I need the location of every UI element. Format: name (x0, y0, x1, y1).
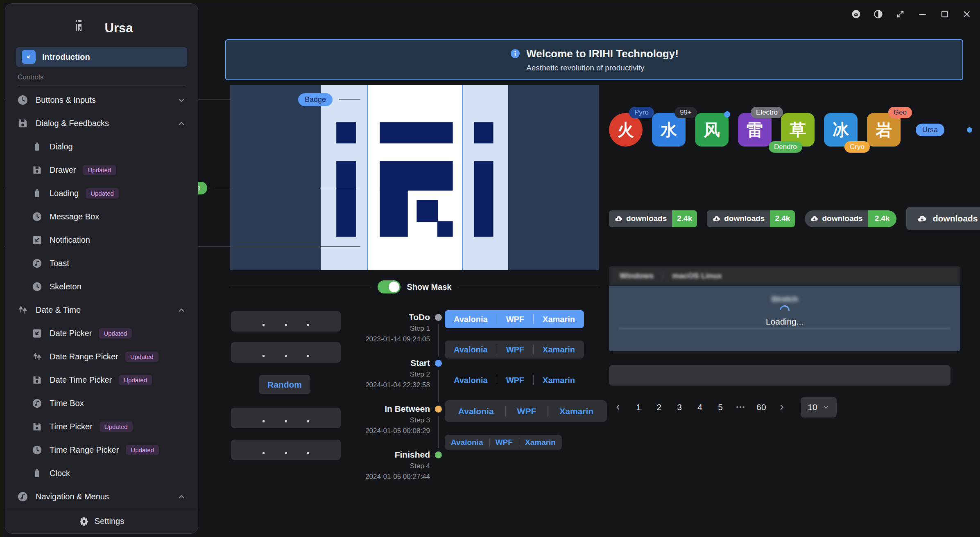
sidebar-item-buttons-inputs[interactable]: Buttons & Inputs (5, 88, 198, 112)
sidebar-item-navigation-menus[interactable]: Navigation & Menus (5, 485, 198, 508)
option-wpf[interactable]: WPF (497, 376, 533, 385)
clock-icon (17, 94, 29, 106)
badge-pill: 99+ (674, 107, 697, 118)
downloads-badge-pill: downloads 2.4k (805, 210, 896, 227)
option-wpf[interactable]: WPF (497, 315, 533, 324)
sidebar-item-date-time[interactable]: Date & Time (5, 298, 198, 322)
updated-badge: Updated (86, 188, 119, 199)
badge-pill: Dendro (769, 141, 802, 153)
step-label: Step 4 (324, 461, 430, 472)
text-input[interactable] (609, 365, 951, 386)
theme-toggle-icon[interactable] (873, 9, 883, 19)
sidebar-item-drawer[interactable]: Drawer Updated (5, 158, 198, 182)
page-button-2[interactable]: 2 (650, 397, 668, 417)
sidebar-item-time-range-picker[interactable]: Time Range Picker Updated (5, 438, 198, 462)
divider-line (214, 188, 360, 188)
downloads-badge: downloads 2.4k (609, 210, 697, 227)
step-name: Start (324, 357, 430, 369)
minimize-icon[interactable] (917, 9, 928, 19)
info-icon (510, 48, 521, 59)
step-label: Step 1 (324, 323, 430, 334)
fullscreen-icon[interactable] (895, 9, 905, 19)
option-avalonia[interactable]: Avalonia (447, 406, 505, 416)
option-wpf[interactable]: WPF (506, 406, 548, 416)
step-name: In Between (324, 403, 430, 415)
chevron-down-icon (177, 95, 186, 105)
downloads-count: 2.4k (770, 210, 795, 227)
app-window: Welcome to IRIHI Technology! Aesthetic r… (4, 3, 980, 537)
step-item: In Between Step 3 2024-01-05 00:08:29 (324, 403, 430, 449)
page-button-60[interactable]: 60 (752, 397, 770, 417)
arrow-square-icon (32, 328, 43, 339)
sidebar-item-date-picker[interactable]: Date Picker Updated (5, 322, 198, 345)
sidebar-item-loading[interactable]: Loading Updated (5, 182, 198, 205)
downloads-count: 2.4k (672, 210, 697, 227)
tab-windows[interactable]: Windows (611, 271, 663, 280)
selection-group-soft: Avalonia WPF Xamarin (445, 341, 584, 359)
option-avalonia[interactable]: Avalonia (445, 438, 489, 447)
badge-tile-geo: 岩 Geo (867, 113, 901, 147)
prev-page-button[interactable] (609, 397, 627, 417)
clock-icon (32, 281, 43, 292)
option-xamarin[interactable]: Xamarin (548, 406, 605, 416)
tab-macos-linux[interactable]: macOS Linux (663, 271, 731, 280)
sidebar-item-clock[interactable]: Clock (5, 462, 198, 485)
page-ellipsis[interactable]: ••• (732, 397, 750, 417)
sidebar-item-date-time-picker[interactable]: Date Time Picker Updated (5, 368, 198, 392)
sidebar-item-dialog-feedbacks[interactable]: Dialog & Feedbacks (5, 112, 198, 135)
github-icon[interactable] (851, 9, 861, 19)
settings-button[interactable]: Settings (5, 509, 198, 533)
window-edge-top (0, 0, 980, 3)
sidebar-item-time-picker[interactable]: Time Picker Updated (5, 415, 198, 438)
floppy-icon (32, 375, 43, 386)
option-avalonia[interactable]: Avalonia (445, 376, 497, 385)
sidebar-item-dialog[interactable]: Dialog (5, 135, 198, 158)
downloads-label: downloads (724, 214, 765, 223)
selection-group-solid: Avalonia WPF Xamarin (445, 310, 584, 328)
show-mask-toggle[interactable] (378, 280, 401, 293)
step-label: Step 3 (324, 415, 430, 426)
option-xamarin[interactable]: Xamarin (534, 315, 584, 324)
sidebar: Ursa Introduction Controls Buttons & Inp… (5, 3, 198, 534)
option-xamarin[interactable]: Xamarin (519, 438, 562, 447)
page-button-4[interactable]: 4 (691, 397, 709, 417)
option-wpf[interactable]: WPF (489, 438, 519, 447)
dualbadge-demo-row: downloads 2.4k downloads 2.4k downloads … (609, 207, 980, 230)
next-page-button[interactable] (773, 397, 791, 417)
page-button-5[interactable]: 5 (711, 397, 729, 417)
sidebar-item-introduction[interactable]: Introduction (16, 47, 187, 67)
option-avalonia[interactable]: Avalonia (445, 345, 497, 354)
loading-spinner-icon (778, 303, 792, 317)
music-note-icon (32, 398, 43, 409)
page-button-1[interactable]: 1 (629, 397, 647, 417)
trees-icon (17, 304, 29, 316)
page-size-value: 10 (808, 402, 817, 412)
step-time: 2024-01-05 00:27:44 (324, 472, 430, 482)
option-avalonia[interactable]: Avalonia (445, 315, 497, 324)
sidebar-item-message-box[interactable]: Message Box (5, 205, 198, 228)
sidebar-item-notification[interactable]: Notification (5, 228, 198, 252)
cloud-download-icon (614, 214, 623, 223)
maximize-icon[interactable] (939, 9, 950, 19)
option-xamarin[interactable]: Xamarin (534, 345, 584, 354)
updated-badge: Updated (100, 422, 133, 432)
sidebar-item-skeleton[interactable]: Skeleton (5, 275, 198, 298)
divider-line (458, 287, 599, 287)
sidebar-item-toast[interactable]: Toast (5, 252, 198, 275)
option-wpf[interactable]: WPF (497, 345, 533, 354)
welcome-banner: Welcome to IRIHI Technology! Aesthetic r… (225, 39, 963, 80)
close-icon[interactable] (962, 9, 972, 19)
battery-icon (32, 141, 43, 152)
sidebar-item-time-box[interactable]: Time Box (5, 392, 198, 415)
chevron-up-icon (177, 492, 186, 502)
page-size-select[interactable]: 10 (801, 397, 837, 417)
show-mask-label: Show Mask (407, 282, 452, 292)
sidebar-item-date-range-picker[interactable]: Date Range Picker Updated (5, 345, 198, 368)
option-xamarin[interactable]: Xamarin (534, 376, 584, 385)
banner-subtitle: Aesthetic revolution of productivity. (526, 63, 646, 72)
page-button-3[interactable]: 3 (670, 397, 688, 417)
arrow-square-icon (32, 235, 43, 246)
random-button[interactable]: Random (259, 375, 310, 394)
arrow-square-icon (22, 50, 36, 64)
cloud-download-icon (917, 214, 927, 224)
